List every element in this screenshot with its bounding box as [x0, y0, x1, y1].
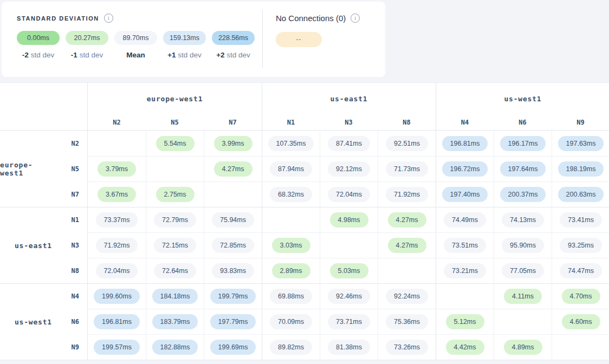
latency-pill[interactable]: 92.51ms [386, 136, 428, 151]
latency-pill[interactable]: 2.89ms [272, 263, 310, 278]
latency-pill[interactable]: 74.49ms [444, 212, 486, 227]
empty-cell [146, 156, 204, 181]
latency-pill[interactable]: 200.37ms [500, 187, 546, 202]
latency-pill[interactable]: 75.94ms [212, 212, 254, 227]
latency-pill[interactable]: 198.19ms [558, 161, 604, 177]
latency-pill[interactable]: 5.54ms [156, 136, 195, 151]
latency-pill[interactable]: 107.35ms [268, 136, 314, 151]
latency-pill[interactable]: 4.42ms [446, 340, 484, 355]
latency-pill[interactable]: 92.46ms [328, 289, 370, 304]
latency-pill[interactable]: 73.51ms [444, 238, 486, 253]
latency-pill[interactable]: 197.79ms [210, 314, 256, 329]
latency-pill[interactable]: 69.88ms [270, 289, 312, 304]
latency-pill[interactable]: 72.04ms [328, 187, 370, 202]
node-column-header-label: N3 [345, 119, 352, 126]
latency-pill[interactable]: 3.79ms [98, 161, 136, 177]
latency-pill[interactable]: 71.92ms [96, 238, 138, 253]
latency-pill[interactable]: 4.11ms [504, 289, 542, 304]
latency-pill[interactable]: 72.79ms [154, 212, 196, 227]
latency-cell: 72.79ms [146, 207, 204, 232]
latency-pill[interactable]: 72.15ms [154, 238, 196, 253]
info-icon[interactable]: i [104, 14, 113, 23]
node-row-label-text: N2 [72, 140, 79, 147]
latency-cell: 182.88ms [146, 334, 204, 360]
latency-pill[interactable]: 183.79ms [152, 314, 198, 329]
latency-pill[interactable]: 72.85ms [212, 238, 254, 253]
latency-pill[interactable]: 73.26ms [386, 340, 428, 355]
node-column-header: N3 [320, 114, 378, 131]
latency-cell: 93.25ms [552, 232, 609, 258]
latency-pill[interactable]: 3.03ms [272, 238, 310, 253]
latency-pill[interactable]: 199.57ms [94, 340, 140, 355]
latency-pill[interactable]: 92.12ms [328, 161, 370, 177]
latency-cell: 199.69ms [204, 334, 262, 360]
latency-pill[interactable]: 73.41ms [560, 212, 602, 227]
node-row-label: N6 [62, 309, 88, 334]
latency-pill[interactable]: 5.12ms [446, 314, 484, 329]
latency-pill[interactable]: 77.05ms [502, 263, 544, 278]
latency-pill[interactable]: 197.40ms [442, 187, 488, 202]
latency-pill[interactable]: 72.64ms [154, 263, 196, 278]
latency-pill[interactable]: 71.92ms [386, 187, 428, 202]
latency-pill[interactable]: 3.99ms [214, 136, 252, 151]
legend-card: STANDARD DEVIATION i 0.00ms 20.27ms 89.7… [2, 2, 385, 77]
latency-pill[interactable]: 196.81ms [94, 314, 140, 329]
latency-pill[interactable]: 70.09ms [270, 314, 312, 329]
latency-pill[interactable]: 4.27ms [388, 212, 426, 227]
latency-pill[interactable]: 196.81ms [442, 136, 488, 151]
latency-cell: 4.27ms [378, 207, 436, 232]
latency-pill[interactable]: 74.13ms [502, 212, 544, 227]
node-column-header: N9 [552, 114, 609, 131]
latency-pill[interactable]: 182.88ms [152, 340, 198, 355]
empty-cell [436, 283, 494, 309]
latency-pill[interactable]: 74.47ms [560, 263, 602, 278]
latency-pill[interactable]: 81.38ms [328, 340, 370, 355]
latency-pill[interactable]: 4.98ms [330, 212, 368, 227]
latency-pill[interactable]: 5.03ms [330, 263, 368, 278]
latency-pill[interactable]: 196.17ms [500, 136, 546, 151]
latency-pill[interactable]: 93.25ms [560, 238, 602, 253]
latency-pill[interactable]: 199.79ms [210, 289, 256, 304]
latency-pill[interactable]: 93.83ms [212, 263, 254, 278]
latency-pill[interactable]: 4.27ms [214, 161, 252, 177]
node-column-header-label: N8 [403, 119, 410, 126]
latency-pill[interactable]: 68.32ms [270, 187, 312, 202]
latency-pill[interactable]: 184.18ms [152, 289, 198, 304]
latency-pill[interactable]: 73.21ms [444, 263, 486, 278]
latency-pill[interactable]: 95.90ms [502, 238, 544, 253]
latency-pill[interactable]: 71.73ms [386, 161, 428, 177]
empty-cell [320, 232, 378, 258]
latency-pill[interactable]: 2.75ms [156, 187, 195, 202]
latency-pill[interactable]: 197.64ms [500, 161, 546, 177]
region-row-label-text: us-east1 [15, 242, 52, 250]
node-row-label: N9 [62, 334, 88, 360]
latency-pill[interactable]: 3.67ms [98, 187, 136, 202]
latency-pill[interactable]: 4.70ms [562, 289, 600, 304]
latency-pill[interactable]: 75.36ms [386, 314, 428, 329]
latency-pill[interactable]: 199.69ms [210, 340, 256, 355]
latency-pill[interactable]: 89.82ms [270, 340, 312, 355]
latency-pill[interactable]: 4.89ms [504, 340, 542, 355]
latency-pill[interactable]: 4.27ms [388, 238, 426, 253]
latency-pill[interactable]: 73.37ms [96, 212, 138, 227]
latency-cell: 73.21ms [436, 258, 494, 283]
latency-pill[interactable]: 72.04ms [96, 263, 138, 278]
latency-cell: 200.37ms [494, 181, 552, 207]
region-row-label: europe-west1 [0, 131, 62, 207]
latency-pill[interactable]: 196.72ms [442, 161, 488, 177]
latency-cell: 72.04ms [320, 181, 378, 207]
latency-cell: 4.60ms [552, 309, 609, 334]
latency-pill[interactable]: 87.94ms [270, 161, 312, 177]
info-icon[interactable]: i [351, 14, 360, 23]
legend-label-minus1: -1 std dev [66, 51, 108, 59]
latency-pill[interactable]: 87.41ms [328, 136, 370, 151]
latency-cell: 68.32ms [262, 181, 320, 207]
latency-pill[interactable]: 73.71ms [328, 314, 370, 329]
latency-pill[interactable]: 197.63ms [558, 136, 604, 151]
node-column-header: N7 [204, 114, 262, 131]
latency-pill[interactable]: 200.63ms [558, 187, 604, 202]
latency-pill[interactable]: 92.24ms [386, 289, 428, 304]
latency-pill[interactable]: 199.60ms [94, 289, 140, 304]
empty-cell [552, 334, 609, 360]
latency-pill[interactable]: 4.60ms [562, 314, 600, 329]
